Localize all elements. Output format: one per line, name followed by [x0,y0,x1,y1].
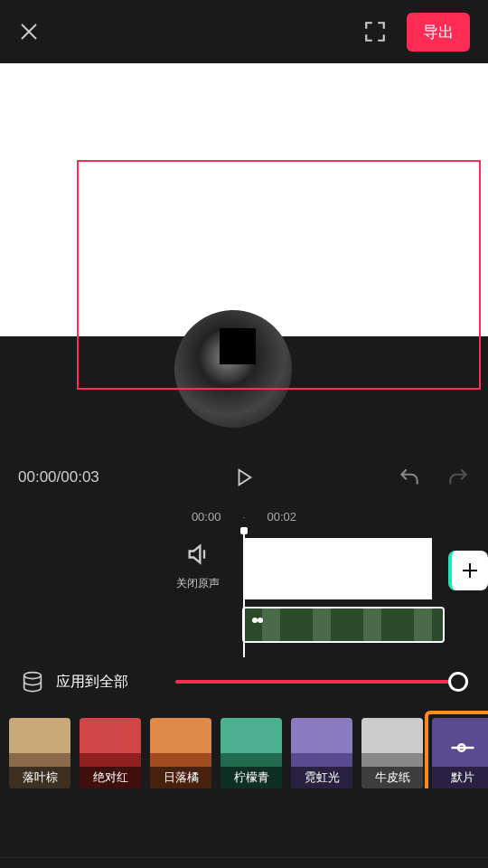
mute-label: 关闭原声 [163,576,233,591]
plus-icon [459,560,481,581]
filter-thumb[interactable]: 默片 [432,718,488,788]
timeline-tick: 00:02 [267,510,297,524]
svg-point-0 [252,618,258,623]
apply-all-label[interactable]: 应用到全部 [56,673,128,692]
filter-thumb[interactable]: 牛皮纸 [361,718,423,788]
export-button[interactable]: 导出 [407,13,470,52]
timeline-tick: 00:00 [192,510,221,524]
add-clip-button[interactable] [448,551,488,590]
svg-point-1 [258,618,263,623]
link-icon [249,612,266,628]
filter-thumb[interactable]: 绝对红 [80,718,141,788]
filter-thumb[interactable]: 柠檬青 [221,718,282,788]
selection-box[interactable] [77,160,481,390]
svg-point-2 [24,673,42,679]
timeline-tick: · [242,510,246,524]
video-clip-2[interactable] [242,607,445,643]
slider-thumb[interactable] [448,672,468,692]
filter-thumb[interactable]: 落叶棕 [9,718,70,788]
close-icon[interactable] [18,21,40,42]
adjust-icon [449,734,476,761]
time-display: 00:00/00:03 [18,468,99,486]
filter-thumb[interactable]: 霓虹光 [291,718,352,788]
filter-thumb[interactable]: 日落橘 [150,718,211,788]
undo-icon[interactable] [398,466,421,489]
fullscreen-icon[interactable] [363,20,387,43]
speaker-icon [185,542,211,567]
redo-icon[interactable] [446,466,470,489]
video-clip-1[interactable] [244,538,432,599]
mute-toggle[interactable]: 关闭原声 [163,542,233,591]
stack-icon [20,669,45,694]
intensity-slider[interactable] [175,669,468,694]
play-icon[interactable] [234,467,254,487]
timeline[interactable]: 00:00 · 00:02 关闭原声 [0,503,488,658]
playhead[interactable] [243,531,245,657]
